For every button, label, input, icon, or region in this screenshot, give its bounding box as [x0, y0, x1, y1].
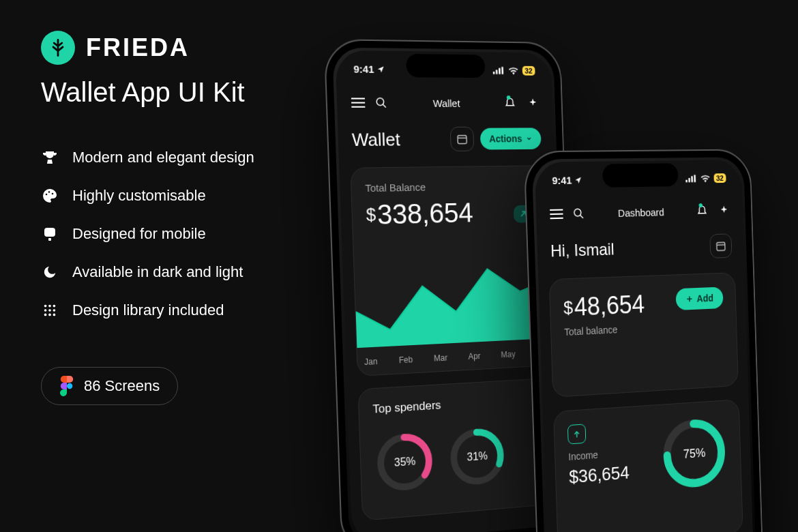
svg-point-9	[48, 309, 51, 312]
svg-rect-24	[458, 136, 467, 144]
spenders-card[interactable]: Top spenders 35% 31%	[357, 378, 555, 521]
spenders-title: Top spenders	[372, 392, 539, 416]
balance-amount: $ 338,654	[366, 196, 533, 231]
month-label: Feb	[399, 355, 413, 365]
svg-point-0	[46, 194, 48, 196]
wifi-icon	[700, 174, 710, 182]
header-title: Wallet	[389, 97, 503, 108]
ring-percent: 31%	[447, 424, 507, 490]
actions-button[interactable]: Actions	[479, 128, 541, 149]
income-ring: 75%	[659, 414, 729, 493]
svg-rect-33	[691, 176, 693, 182]
moon-icon	[41, 263, 59, 281]
add-button[interactable]: Add	[675, 286, 723, 310]
balance-chart	[354, 252, 553, 349]
header-title: Dashboard	[586, 205, 696, 220]
svg-point-7	[53, 305, 56, 308]
tree-icon	[48, 38, 68, 57]
status-right: 32	[685, 173, 726, 183]
search-icon[interactable]	[374, 95, 389, 110]
menu-icon[interactable]	[549, 206, 564, 222]
screens-badge: 86 Screens	[41, 367, 178, 405]
phone-notch	[602, 163, 679, 188]
location-icon	[574, 176, 582, 184]
svg-point-11	[44, 314, 47, 316]
screens-count: 86 Screens	[84, 377, 160, 395]
trophy-icon	[41, 149, 59, 166]
spender-ring: 31%	[447, 424, 507, 490]
spender-ring: 35%	[374, 429, 436, 495]
brand-logo	[41, 31, 75, 65]
svg-point-12	[48, 314, 51, 316]
sparkle-icon[interactable]	[717, 203, 730, 218]
greeting: Hi, Ismail	[550, 239, 615, 261]
spender-rings: 35% 31%	[374, 422, 542, 496]
balance-card[interactable]: Total Balance $ 338,654 Jan Feb Mar Apr	[350, 165, 551, 376]
notification-icon[interactable]	[503, 95, 517, 110]
feature-text: Designed for mobile	[72, 225, 206, 243]
search-icon[interactable]	[572, 206, 587, 222]
sparkle-icon[interactable]	[526, 95, 540, 110]
menu-icon[interactable]	[351, 95, 366, 110]
feature-text: Available in dark and light	[72, 263, 243, 281]
feature-text: Highly customisable	[72, 187, 206, 205]
income-card[interactable]: Income $36,654 75%	[553, 399, 743, 532]
dashboard-balance-card[interactable]: $ 48,654 Total balance Add	[549, 272, 739, 398]
signal-icon	[492, 66, 504, 74]
svg-rect-40	[717, 242, 725, 250]
income-block: Income $36,654	[567, 421, 630, 488]
svg-point-13	[53, 314, 56, 316]
balance-sublabel: Total balance	[564, 319, 724, 338]
actions-label: Actions	[489, 133, 522, 144]
signal-icon	[685, 174, 697, 182]
feature-text: Modern and elegant design	[72, 149, 254, 166]
svg-point-5	[44, 305, 47, 308]
status-right: 32	[492, 65, 535, 75]
svg-rect-17	[499, 68, 501, 74]
ring-percent: 75%	[659, 414, 729, 493]
brand-name: FRIEDA	[86, 33, 190, 62]
palette-icon	[41, 187, 59, 205]
arrow-up-icon	[567, 424, 587, 444]
add-label: Add	[696, 293, 713, 304]
svg-rect-16	[496, 70, 498, 74]
status-time: 9:41	[552, 174, 582, 186]
month-label: Apr	[468, 351, 480, 361]
battery-badge: 32	[713, 173, 726, 183]
balance-value: 48,654	[574, 290, 645, 322]
ring-percent: 35%	[374, 429, 436, 495]
plus-icon	[685, 295, 693, 303]
svg-point-10	[53, 309, 56, 312]
section-header: Wallet Actions	[338, 126, 554, 152]
income-value: $36,654	[569, 462, 630, 488]
notification-icon[interactable]	[695, 203, 709, 218]
time-text: 9:41	[353, 63, 374, 75]
svg-rect-31	[685, 179, 688, 182]
svg-rect-18	[501, 67, 503, 74]
svg-point-6	[48, 305, 51, 308]
svg-point-2	[52, 193, 54, 195]
mockup-stage: 9:41 32 Wallet Wallet	[293, 20, 798, 532]
phone-notch	[406, 54, 486, 78]
svg-rect-3	[44, 228, 55, 237]
svg-point-8	[44, 309, 47, 312]
income-label: Income	[568, 447, 629, 462]
svg-rect-34	[694, 175, 696, 182]
month-label: Jan	[364, 357, 378, 367]
section-header: Hi, Ismail	[537, 233, 744, 264]
svg-rect-15	[492, 72, 494, 74]
calendar-button[interactable]	[709, 233, 732, 258]
battery-badge: 32	[522, 65, 535, 75]
svg-point-14	[67, 383, 72, 389]
phone-dashboard: 9:41 32 Dashboard Hi, Isma	[524, 149, 766, 532]
feature-text: Design library included	[72, 301, 224, 319]
figma-icon	[59, 376, 74, 396]
grid-icon	[41, 301, 59, 319]
balance-value: 338,654	[376, 197, 473, 230]
svg-rect-4	[48, 238, 51, 241]
svg-line-39	[580, 215, 583, 218]
status-time: 9:41	[353, 63, 385, 75]
calendar-button[interactable]	[449, 127, 474, 151]
chart-x-axis: Jan Feb Mar Apr May Ju	[364, 348, 544, 367]
svg-rect-32	[688, 177, 690, 181]
